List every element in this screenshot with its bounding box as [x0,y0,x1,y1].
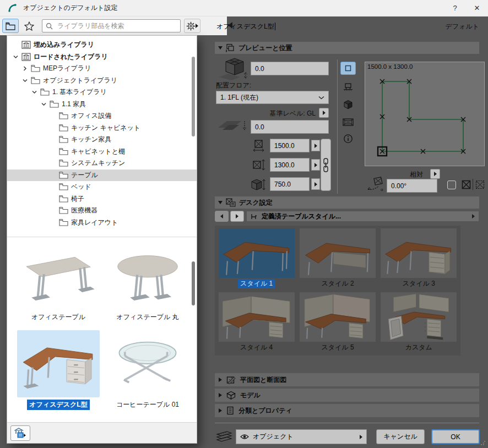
thumbnails-scrollbar[interactable] [191,239,196,420]
scrollbar-thumb[interactable] [192,261,195,305]
tree-chevron-icon[interactable] [22,78,28,84]
offset-input[interactable]: 0.0 [251,120,329,134]
scrollbar-thumb[interactable] [192,57,195,136]
text-caret [275,23,275,30]
tree-chevron-icon[interactable] [50,149,56,155]
help-button[interactable]: ? [444,0,466,17]
tree-item-label: キッチン キャビネット [71,123,140,133]
settings-gear-button[interactable] [184,19,200,33]
library-part-tile-2[interactable]: オフィスデスクL型 [15,330,102,410]
height-flyout-button[interactable] [311,178,320,190]
library-search-field[interactable] [42,19,181,32]
home-story-select[interactable]: 1. 1FL (現在) [216,91,329,104]
library-tree: 埋め込みライブラリ ロードされたライブラリ MEPライブラリ オブジェクトライブ… [7,36,197,237]
tree-item-6[interactable]: オフィス設備 [7,110,197,122]
tree-chevron-icon[interactable] [13,42,19,48]
tree-item-label: キャビネットと棚 [71,147,125,156]
tree-chevron-icon[interactable] [50,220,56,226]
tree-item-14[interactable]: 医療機器 [7,205,197,217]
preview-position-icon [226,43,235,52]
rotation-angle-input[interactable]: 0.00° [387,179,437,193]
preview-front-view-button[interactable] [340,80,356,94]
elevation-input[interactable]: 0.0 [251,62,329,75]
tree-chevron-icon[interactable] [50,172,56,178]
library-part-tile-1[interactable]: オフィステーブル 丸 [104,243,191,323]
layer-dropdown[interactable]: オブジェクト [236,429,367,444]
tree-chevron-icon[interactable] [50,113,56,119]
tree-item-3[interactable]: オブジェクトライブラリ [7,75,197,87]
tree-item-15[interactable]: 家具レイアウト [7,217,197,229]
object-name-field[interactable]: オフィスデスクL型 [216,21,382,32]
width-flyout-button[interactable] [311,140,320,151]
section-plan-and-section[interactable]: 平面図と断面図 [215,373,479,386]
relative-flyout-button[interactable] [430,169,440,179]
tree-item-12[interactable]: ベッド [7,181,197,193]
search-input[interactable] [56,21,177,30]
favorites-star-button[interactable] [21,19,37,33]
style-tile-2[interactable]: スタイル 3 [378,227,459,291]
cancel-button[interactable]: キャンセル [376,429,425,444]
section-classification-properties[interactable]: 分類とプロパティ [215,404,479,417]
tree-item-11[interactable]: テーブル [7,170,197,182]
style-tile-1[interactable]: スタイル 2 [297,227,378,291]
style-tile-5[interactable]: カスタム [378,291,459,354]
tree-chevron-icon[interactable] [50,136,56,143]
width-input[interactable]: 1500.0 [270,139,310,152]
tree-item-5[interactable]: 1.1 家具 [7,99,197,111]
preview-plan-view-button[interactable] [340,62,356,75]
mirrored-state-icon[interactable] [462,180,471,189]
prev-page-button[interactable] [215,211,229,222]
tree-chevron-icon[interactable] [13,54,19,60]
collapse-arrow-icon [218,201,223,204]
base-level-flyout-button[interactable] [319,108,329,118]
style-tile-0[interactable]: スタイル 1 [216,227,297,291]
link-dimensions-button[interactable] [321,139,331,191]
tree-node-icon [50,100,59,108]
preview-info-button[interactable] [340,132,356,145]
tree-chevron-icon[interactable] [31,89,37,95]
tree-node-icon [59,112,68,120]
tree-scrollbar[interactable] [191,40,196,232]
tree-item-10[interactable]: システムキッチン [7,157,197,170]
tree-chevron-icon[interactable] [50,196,56,202]
tree-item-8[interactable]: キッチン家具 [7,134,197,146]
mirror-checkbox[interactable] [447,181,456,189]
style-tile-3[interactable]: スタイル 4 [216,291,297,354]
library-part-tile-0[interactable]: オフィステーブル [15,243,102,323]
mirror-ghost-icon[interactable] [475,180,485,189]
height-input[interactable]: 750.0 [270,177,310,191]
tree-item-2[interactable]: MEPライブラリ [7,63,197,75]
resize-grip[interactable] [480,440,486,446]
ok-button[interactable]: OK [431,429,480,444]
tree-item-7[interactable]: キッチン キャビネット [7,122,197,134]
style-preset-dropdown[interactable]: 定義済テーブルスタイル... [246,211,479,222]
next-page-button[interactable] [230,211,244,222]
tree-item-1[interactable]: ロードされたライブラリ [7,51,197,63]
tree-item-4[interactable]: 1. 基本ライブラリ [7,86,197,99]
tree-chevron-icon[interactable] [41,101,47,107]
library-manager-button[interactable] [10,425,30,441]
tree-chevron-icon[interactable] [50,160,56,166]
preview-3d-view-button[interactable] [340,98,356,111]
close-button[interactable]: ✕ [466,0,488,17]
tree-chevron-icon[interactable] [50,125,56,131]
section-model[interactable]: モデル [215,389,479,402]
style-tile-4[interactable]: スタイル 5 [297,291,378,354]
tree-chevron-icon[interactable] [50,207,56,214]
section-desk-settings[interactable]: デスク設定 [215,196,479,209]
tree-chevron-icon[interactable] [50,184,56,190]
tree-item-9[interactable]: キャビネットと棚 [7,146,197,158]
tree-item-0[interactable]: 埋め込みライブラリ [7,39,197,51]
section-preview-position[interactable]: プレビューと位置 [215,42,479,54]
folder-view-button[interactable] [2,19,19,33]
depth-flyout-button[interactable] [311,159,320,171]
library-part-tile-3[interactable]: コーヒーテーブル 01 [104,330,191,410]
depth-dimension-icon [252,159,267,172]
object-2d-preview[interactable]: 1500.0 x 1300.0 [365,62,485,166]
library-manager-icon [14,428,26,439]
preview-media-button[interactable] [340,116,356,129]
plan-view-icon [345,65,351,72]
tree-chevron-icon[interactable] [22,65,28,72]
tree-item-13[interactable]: 椅子 [7,193,197,205]
depth-input[interactable]: 1300.0 [270,158,310,172]
